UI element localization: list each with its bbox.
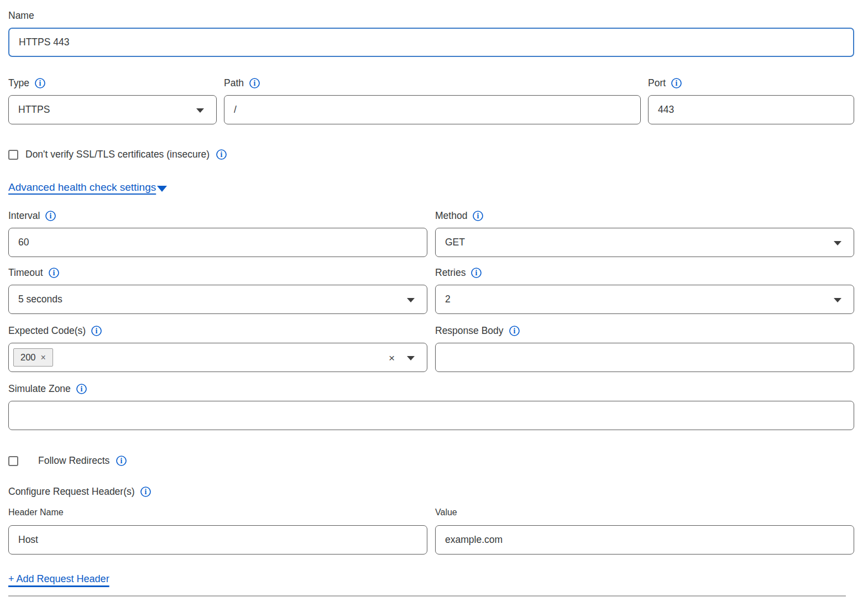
codes-body-row: Expected Code(s) i 200 × × Response Body… <box>8 325 854 372</box>
svg-text:i: i <box>121 457 123 465</box>
svg-text:i: i <box>96 327 98 335</box>
chevron-down-icon <box>157 186 167 192</box>
health-check-form: Name Type i HTTPS Path i <box>0 0 868 597</box>
port-label-row: Port i <box>648 77 854 89</box>
simulate-zone-label-row: Simulate Zone i <box>8 383 854 395</box>
name-label-row: Name <box>8 10 854 22</box>
follow-redirects-row: Follow Redirects i <box>8 455 854 467</box>
remove-tag-icon[interactable]: × <box>41 353 46 362</box>
svg-text:i: i <box>144 488 147 496</box>
name-label: Name <box>8 10 34 22</box>
expected-codes-label: Expected Code(s) <box>8 325 86 337</box>
type-select[interactable]: HTTPS <box>8 95 217 124</box>
chevron-down-icon <box>196 108 204 113</box>
info-icon[interactable]: i <box>470 267 482 279</box>
expected-codes-label-row: Expected Code(s) i <box>8 325 427 337</box>
type-label-row: Type i <box>8 77 217 89</box>
timeout-label-row: Timeout i <box>8 267 427 279</box>
retries-label: Retries <box>435 267 466 279</box>
header-value-label-row: Value <box>435 508 854 517</box>
advanced-settings-link[interactable]: Advanced health check settings <box>8 181 156 193</box>
path-label: Path <box>224 77 244 89</box>
method-select[interactable]: GET <box>435 228 854 257</box>
response-body-label-row: Response Body i <box>435 325 854 337</box>
chevron-down-icon <box>834 241 841 245</box>
svg-text:i: i <box>513 327 515 335</box>
simulate-zone-label: Simulate Zone <box>8 383 71 395</box>
header-name-input[interactable] <box>8 525 427 555</box>
retries-label-row: Retries i <box>435 267 854 279</box>
expected-code-tag: 200 × <box>13 348 53 367</box>
svg-text:i: i <box>50 212 52 220</box>
svg-text:i: i <box>221 150 223 159</box>
interval-method-row: Interval i Method i GET <box>8 210 854 257</box>
info-icon[interactable]: i <box>76 383 87 395</box>
chevron-down-icon <box>407 298 415 302</box>
info-icon[interactable]: i <box>249 77 260 89</box>
svg-text:i: i <box>475 269 478 277</box>
simulate-zone-row: Simulate Zone i <box>8 383 854 430</box>
expected-code-tag-value: 200 <box>20 352 36 363</box>
svg-text:i: i <box>39 79 41 87</box>
interval-label-row: Interval i <box>8 210 427 222</box>
path-label-row: Path i <box>224 77 641 89</box>
svg-text:i: i <box>53 269 55 277</box>
header-value-input[interactable] <box>435 525 854 555</box>
info-icon[interactable]: i <box>216 149 227 160</box>
info-icon[interactable]: i <box>509 325 520 337</box>
method-label: Method <box>435 210 467 222</box>
chevron-down-icon <box>407 356 415 360</box>
info-icon[interactable]: i <box>91 325 102 337</box>
type-label: Type <box>8 77 29 89</box>
timeout-select[interactable]: 5 seconds <box>8 285 427 314</box>
request-headers-section-label: Configure Request Header(s) <box>8 486 135 498</box>
expected-codes-multiselect[interactable]: 200 × × <box>8 343 427 372</box>
info-icon[interactable]: i <box>34 77 46 89</box>
svg-text:i: i <box>676 79 678 87</box>
response-body-input[interactable] <box>435 343 854 372</box>
info-icon[interactable]: i <box>48 267 60 279</box>
type-select-value: HTTPS <box>18 104 50 116</box>
chevron-down-icon <box>834 298 841 302</box>
ssl-verify-checkbox[interactable] <box>8 150 18 160</box>
timeout-retries-row: Timeout i 5 seconds Retries i 2 <box>8 267 854 314</box>
timeout-label: Timeout <box>8 267 43 279</box>
method-select-value: GET <box>445 237 465 248</box>
add-header-row: + Add Request Header <box>8 573 854 585</box>
info-icon[interactable]: i <box>140 486 151 498</box>
response-body-label: Response Body <box>435 325 504 337</box>
section-divider <box>8 595 846 597</box>
header-name-value-row: Header Name Value <box>8 508 854 555</box>
follow-redirects-checkbox[interactable] <box>8 456 18 466</box>
info-icon[interactable]: i <box>671 77 682 89</box>
svg-text:i: i <box>254 79 256 87</box>
method-label-row: Method i <box>435 210 854 222</box>
clear-all-icon[interactable]: × <box>389 352 395 363</box>
port-label: Port <box>648 77 666 89</box>
path-input[interactable] <box>224 95 641 124</box>
info-icon[interactable]: i <box>116 455 127 467</box>
header-value-label: Value <box>435 508 457 517</box>
svg-text:i: i <box>477 212 479 220</box>
name-input[interactable] <box>8 28 854 57</box>
follow-redirects-label: Follow Redirects <box>38 455 109 467</box>
info-icon[interactable]: i <box>472 210 484 222</box>
svg-text:i: i <box>80 385 82 393</box>
ssl-verify-row: Don't verify SSL/TLS certificates (insec… <box>8 149 854 160</box>
interval-label: Interval <box>8 210 40 222</box>
simulate-zone-input[interactable] <box>8 401 854 430</box>
ssl-verify-label: Don't verify SSL/TLS certificates (insec… <box>25 149 210 160</box>
interval-input[interactable] <box>8 228 427 257</box>
info-icon[interactable]: i <box>45 210 56 222</box>
retries-select-value: 2 <box>445 294 451 305</box>
port-input[interactable] <box>648 95 854 124</box>
add-request-header-link[interactable]: + Add Request Header <box>8 573 109 584</box>
advanced-settings-row: Advanced health check settings <box>8 181 854 193</box>
request-headers-section-row: Configure Request Header(s) i <box>8 486 854 498</box>
type-path-port-row: Type i HTTPS Path i Port <box>8 77 854 124</box>
header-name-label: Header Name <box>8 508 64 517</box>
timeout-select-value: 5 seconds <box>18 294 62 305</box>
retries-select[interactable]: 2 <box>435 285 854 314</box>
header-name-label-row: Header Name <box>8 508 427 517</box>
